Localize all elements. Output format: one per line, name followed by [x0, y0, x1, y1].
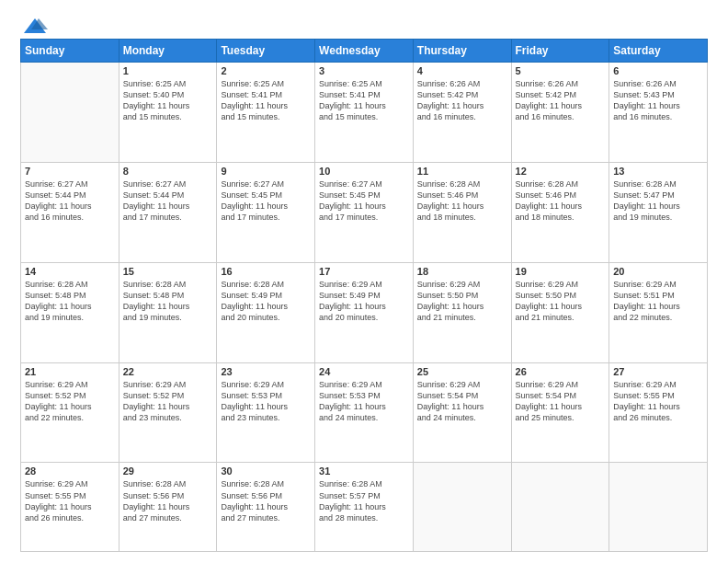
- calendar-cell: 26Sunrise: 6:29 AM Sunset: 5:54 PM Dayli…: [511, 362, 609, 463]
- calendar-day-header: Saturday: [609, 40, 708, 63]
- cell-content: Sunrise: 6:28 AM Sunset: 5:49 PM Dayligh…: [221, 279, 311, 324]
- calendar-day-header: Monday: [119, 40, 217, 63]
- cell-content: Sunrise: 6:26 AM Sunset: 5:43 PM Dayligh…: [613, 78, 703, 123]
- cell-content: Sunrise: 6:29 AM Sunset: 5:52 PM Dayligh…: [25, 379, 115, 424]
- day-number: 30: [221, 465, 311, 477]
- cell-content: Sunrise: 6:28 AM Sunset: 5:47 PM Dayligh…: [613, 178, 703, 224]
- calendar-cell: 13Sunrise: 6:28 AM Sunset: 5:47 PM Dayli…: [609, 162, 708, 262]
- calendar-cell: 17Sunrise: 6:29 AM Sunset: 5:49 PM Dayli…: [315, 262, 414, 362]
- calendar-table: SundayMondayTuesdayWednesdayThursdayFrid…: [20, 39, 708, 552]
- day-number: 20: [613, 266, 703, 277]
- cell-content: Sunrise: 6:29 AM Sunset: 5:50 PM Dayligh…: [417, 279, 507, 324]
- day-number: 4: [417, 65, 507, 76]
- calendar-week-row: 21Sunrise: 6:29 AM Sunset: 5:52 PM Dayli…: [21, 362, 708, 463]
- calendar-cell: 8Sunrise: 6:27 AM Sunset: 5:44 PM Daylig…: [119, 162, 217, 262]
- cell-content: Sunrise: 6:27 AM Sunset: 5:44 PM Dayligh…: [25, 178, 115, 224]
- cell-content: Sunrise: 6:27 AM Sunset: 5:45 PM Dayligh…: [221, 178, 311, 224]
- calendar-cell: [413, 463, 511, 552]
- cell-content: Sunrise: 6:29 AM Sunset: 5:52 PM Dayligh…: [123, 379, 213, 424]
- day-number: 18: [417, 266, 507, 277]
- calendar-cell: 29Sunrise: 6:28 AM Sunset: 5:56 PM Dayli…: [119, 463, 217, 552]
- calendar-cell: 28Sunrise: 6:29 AM Sunset: 5:55 PM Dayli…: [21, 463, 119, 552]
- calendar-day-header: Thursday: [413, 40, 511, 63]
- page: SundayMondayTuesdayWednesdayThursdayFrid…: [0, 0, 728, 563]
- cell-content: Sunrise: 6:28 AM Sunset: 5:56 PM Dayligh…: [221, 478, 311, 523]
- calendar-day-header: Wednesday: [315, 40, 414, 63]
- cell-content: Sunrise: 6:26 AM Sunset: 5:42 PM Dayligh…: [417, 78, 507, 123]
- cell-content: Sunrise: 6:28 AM Sunset: 5:57 PM Dayligh…: [319, 478, 409, 523]
- day-number: 19: [516, 266, 606, 277]
- calendar-cell: 18Sunrise: 6:29 AM Sunset: 5:50 PM Dayli…: [413, 262, 511, 362]
- day-number: 16: [221, 266, 311, 277]
- cell-content: Sunrise: 6:29 AM Sunset: 5:53 PM Dayligh…: [221, 379, 311, 424]
- calendar-header-row: SundayMondayTuesdayWednesdayThursdayFrid…: [21, 40, 708, 63]
- cell-content: Sunrise: 6:28 AM Sunset: 5:48 PM Dayligh…: [25, 279, 115, 324]
- calendar-cell: 4Sunrise: 6:26 AM Sunset: 5:42 PM Daylig…: [413, 63, 511, 163]
- cell-content: Sunrise: 6:29 AM Sunset: 5:53 PM Dayligh…: [319, 379, 409, 424]
- cell-content: Sunrise: 6:29 AM Sunset: 5:54 PM Dayligh…: [417, 379, 507, 424]
- day-number: 29: [123, 465, 213, 477]
- cell-content: Sunrise: 6:29 AM Sunset: 5:51 PM Dayligh…: [613, 279, 703, 324]
- calendar-cell: 25Sunrise: 6:29 AM Sunset: 5:54 PM Dayli…: [413, 362, 511, 463]
- day-number: 17: [319, 266, 409, 277]
- calendar-cell: 5Sunrise: 6:26 AM Sunset: 5:42 PM Daylig…: [511, 63, 609, 163]
- calendar-cell: 12Sunrise: 6:28 AM Sunset: 5:46 PM Dayli…: [511, 162, 609, 262]
- cell-content: Sunrise: 6:28 AM Sunset: 5:46 PM Dayligh…: [417, 178, 507, 224]
- calendar-cell: 15Sunrise: 6:28 AM Sunset: 5:48 PM Dayli…: [119, 262, 217, 362]
- cell-content: Sunrise: 6:27 AM Sunset: 5:45 PM Dayligh…: [319, 178, 409, 224]
- day-number: 15: [123, 266, 213, 277]
- calendar-cell: 1Sunrise: 6:25 AM Sunset: 5:40 PM Daylig…: [119, 63, 217, 163]
- calendar-week-row: 14Sunrise: 6:28 AM Sunset: 5:48 PM Dayli…: [21, 262, 708, 362]
- day-number: 27: [613, 366, 703, 377]
- day-number: 2: [221, 65, 311, 76]
- day-number: 1: [123, 65, 213, 76]
- day-number: 12: [516, 166, 606, 177]
- calendar-cell: 14Sunrise: 6:28 AM Sunset: 5:48 PM Dayli…: [21, 262, 119, 362]
- day-number: 26: [516, 366, 606, 377]
- cell-content: Sunrise: 6:29 AM Sunset: 5:50 PM Dayligh…: [516, 279, 606, 324]
- calendar-week-row: 28Sunrise: 6:29 AM Sunset: 5:55 PM Dayli…: [21, 463, 708, 552]
- calendar-cell: 7Sunrise: 6:27 AM Sunset: 5:44 PM Daylig…: [21, 162, 119, 262]
- day-number: 14: [25, 266, 115, 277]
- calendar-cell: 3Sunrise: 6:25 AM Sunset: 5:41 PM Daylig…: [315, 63, 414, 163]
- calendar-cell: 22Sunrise: 6:29 AM Sunset: 5:52 PM Dayli…: [119, 362, 217, 463]
- cell-content: Sunrise: 6:28 AM Sunset: 5:56 PM Dayligh…: [123, 478, 213, 523]
- calendar-day-header: Friday: [511, 40, 609, 63]
- calendar-cell: 16Sunrise: 6:28 AM Sunset: 5:49 PM Dayli…: [217, 262, 315, 362]
- logo: [20, 17, 48, 31]
- day-number: 9: [221, 166, 311, 177]
- cell-content: Sunrise: 6:29 AM Sunset: 5:54 PM Dayligh…: [516, 379, 606, 424]
- day-number: 13: [613, 166, 703, 177]
- cell-content: Sunrise: 6:29 AM Sunset: 5:49 PM Dayligh…: [319, 279, 409, 324]
- calendar-cell: 20Sunrise: 6:29 AM Sunset: 5:51 PM Dayli…: [609, 262, 708, 362]
- day-number: 23: [221, 366, 311, 377]
- calendar-cell: 10Sunrise: 6:27 AM Sunset: 5:45 PM Dayli…: [315, 162, 414, 262]
- cell-content: Sunrise: 6:25 AM Sunset: 5:41 PM Dayligh…: [319, 78, 409, 123]
- day-number: 6: [613, 65, 703, 76]
- calendar-week-row: 1Sunrise: 6:25 AM Sunset: 5:40 PM Daylig…: [21, 63, 708, 163]
- cell-content: Sunrise: 6:28 AM Sunset: 5:46 PM Dayligh…: [516, 178, 606, 224]
- cell-content: Sunrise: 6:28 AM Sunset: 5:48 PM Dayligh…: [123, 279, 213, 324]
- calendar-cell: 9Sunrise: 6:27 AM Sunset: 5:45 PM Daylig…: [217, 162, 315, 262]
- cell-content: Sunrise: 6:27 AM Sunset: 5:44 PM Dayligh…: [123, 178, 213, 224]
- day-number: 8: [123, 166, 213, 177]
- day-number: 21: [25, 366, 115, 377]
- calendar-day-header: Sunday: [21, 40, 119, 63]
- day-number: 7: [25, 166, 115, 177]
- cell-content: Sunrise: 6:25 AM Sunset: 5:41 PM Dayligh…: [221, 78, 311, 123]
- calendar-cell: [609, 463, 708, 552]
- calendar-cell: 30Sunrise: 6:28 AM Sunset: 5:56 PM Dayli…: [217, 463, 315, 552]
- calendar-day-header: Tuesday: [217, 40, 315, 63]
- calendar-cell: 6Sunrise: 6:26 AM Sunset: 5:43 PM Daylig…: [609, 63, 708, 163]
- calendar-week-row: 7Sunrise: 6:27 AM Sunset: 5:44 PM Daylig…: [21, 162, 708, 262]
- calendar-cell: 21Sunrise: 6:29 AM Sunset: 5:52 PM Dayli…: [21, 362, 119, 463]
- calendar-cell: [511, 463, 609, 552]
- calendar-cell: 31Sunrise: 6:28 AM Sunset: 5:57 PM Dayli…: [315, 463, 414, 552]
- day-number: 11: [417, 166, 507, 177]
- calendar-cell: 11Sunrise: 6:28 AM Sunset: 5:46 PM Dayli…: [413, 162, 511, 262]
- calendar-cell: 23Sunrise: 6:29 AM Sunset: 5:53 PM Dayli…: [217, 362, 315, 463]
- calendar-cell: [21, 63, 119, 163]
- logo-icon: [22, 17, 48, 35]
- cell-content: Sunrise: 6:26 AM Sunset: 5:42 PM Dayligh…: [516, 78, 606, 123]
- cell-content: Sunrise: 6:29 AM Sunset: 5:55 PM Dayligh…: [25, 478, 115, 523]
